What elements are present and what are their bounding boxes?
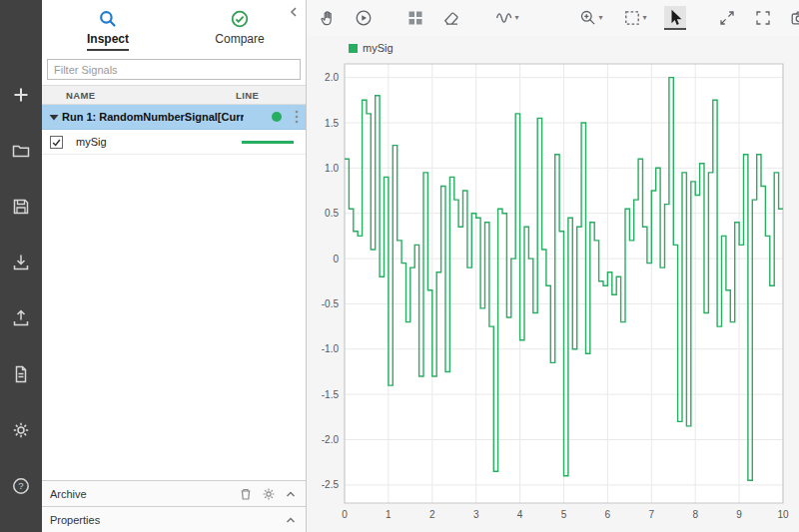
zoom-dropdown-caret-icon: ▾ xyxy=(598,14,602,22)
snapshot-camera-icon[interactable] xyxy=(788,6,799,30)
archive-collapse-chevron-icon[interactable] xyxy=(285,489,297,499)
signal-row[interactable]: mySig xyxy=(42,130,306,155)
tab-inspect-label: Inspect xyxy=(87,32,129,51)
signal-wave-icon[interactable]: ▾ xyxy=(492,6,522,30)
compare-check-icon xyxy=(230,9,250,29)
svg-text:1.0: 1.0 xyxy=(325,163,339,174)
signal-checkbox[interactable] xyxy=(50,136,63,149)
plot-area-panel: ▾ ▾ ▾ xyxy=(307,0,799,532)
pan-hand-icon[interactable] xyxy=(317,6,339,30)
trash-icon[interactable] xyxy=(239,487,253,501)
save-icon[interactable] xyxy=(10,196,32,218)
help-icon[interactable]: ? xyxy=(10,475,32,497)
signal-row-label: mySig xyxy=(76,136,242,148)
svg-text:10: 10 xyxy=(777,509,789,520)
plot-legend: mySig xyxy=(349,42,394,54)
report-icon[interactable] xyxy=(10,363,32,385)
replay-icon[interactable] xyxy=(353,6,375,30)
filter-signals-wrap xyxy=(42,56,306,85)
plot-svg: 012345678910-2.5-2.0-1.5-1.0-0.500.51.01… xyxy=(309,58,797,529)
column-header-name: NAME xyxy=(42,90,236,101)
svg-text:1.5: 1.5 xyxy=(325,118,339,129)
sidebar-tabbar: Inspect Compare xyxy=(42,0,306,56)
plot-toolbar: ▾ ▾ ▾ xyxy=(307,0,799,36)
inspect-search-icon xyxy=(98,9,118,29)
layout-grid-icon[interactable] xyxy=(404,6,426,30)
run-row[interactable]: Run 1: RandomNumberSignal[Curre xyxy=(42,105,306,130)
properties-label: Properties xyxy=(42,514,285,526)
svg-text:2: 2 xyxy=(429,509,435,520)
filter-signals-input[interactable] xyxy=(47,59,301,80)
export-icon[interactable] xyxy=(10,307,32,329)
wave-dropdown-caret-icon: ▾ xyxy=(514,14,518,22)
svg-text:3: 3 xyxy=(473,509,479,520)
signal-plot[interactable]: 012345678910-2.5-2.0-1.5-1.0-0.500.51.01… xyxy=(309,58,797,529)
svg-text:0: 0 xyxy=(342,509,348,520)
archive-settings-gear-icon[interactable] xyxy=(262,487,276,501)
svg-text:1: 1 xyxy=(386,509,392,520)
preferences-gear-icon[interactable] xyxy=(10,419,32,441)
resize-diagonal-icon[interactable] xyxy=(716,6,738,30)
svg-text:-1.0: -1.0 xyxy=(322,343,340,354)
tab-compare-label: Compare xyxy=(215,32,264,49)
properties-collapse-chevron-icon[interactable] xyxy=(285,515,297,525)
run-options-kebab-icon[interactable] xyxy=(290,110,304,124)
svg-text:0.5: 0.5 xyxy=(325,208,339,219)
svg-text:-2.5: -2.5 xyxy=(322,479,340,490)
signal-browser-panel: Inspect Compare NAME LINE Run 1: Rando xyxy=(42,0,307,532)
svg-text:6: 6 xyxy=(605,509,611,520)
import-icon[interactable] xyxy=(10,252,32,273)
svg-text:2.0: 2.0 xyxy=(325,72,339,83)
run-expander-icon[interactable] xyxy=(46,113,62,122)
simulation-data-inspector-window: ? Inspect Compare NA xyxy=(0,0,799,532)
run-row-label: Run 1: RandomNumberSignal[Curre xyxy=(62,111,244,123)
signal-table-header: NAME LINE xyxy=(42,85,306,105)
signal-line-sample xyxy=(242,141,294,144)
signal-list-empty-area xyxy=(42,155,306,480)
legend-color-swatch xyxy=(349,44,358,53)
fit-to-view-icon[interactable]: ▾ xyxy=(620,6,650,30)
svg-text:8: 8 xyxy=(692,509,698,520)
fullscreen-icon[interactable] xyxy=(752,6,774,30)
svg-text:9: 9 xyxy=(736,509,742,520)
svg-text:0: 0 xyxy=(333,254,339,265)
column-header-line: LINE xyxy=(236,90,306,101)
svg-text:?: ? xyxy=(18,480,23,491)
collapse-left-icon[interactable] xyxy=(286,4,302,20)
app-toolstrip: ? xyxy=(0,0,42,532)
tab-inspect[interactable]: Inspect xyxy=(42,0,174,56)
add-icon[interactable] xyxy=(10,84,32,106)
legend-label: mySig xyxy=(363,42,394,54)
fit-dropdown-caret-icon: ▾ xyxy=(642,14,646,22)
svg-text:7: 7 xyxy=(649,509,655,520)
svg-text:-0.5: -0.5 xyxy=(322,298,340,309)
run-status-dot xyxy=(272,112,282,122)
archive-label: Archive xyxy=(42,488,239,500)
zoom-in-icon[interactable]: ▾ xyxy=(576,6,606,30)
eraser-icon[interactable] xyxy=(440,6,462,30)
open-folder-icon[interactable] xyxy=(10,140,32,162)
svg-text:5: 5 xyxy=(561,509,567,520)
pointer-arrow-icon[interactable] xyxy=(664,6,686,30)
archive-section-bar[interactable]: Archive xyxy=(42,480,306,506)
svg-text:4: 4 xyxy=(517,509,523,520)
svg-text:-1.5: -1.5 xyxy=(322,389,340,400)
svg-text:-2.0: -2.0 xyxy=(322,434,340,445)
properties-section-bar[interactable]: Properties xyxy=(42,506,306,532)
